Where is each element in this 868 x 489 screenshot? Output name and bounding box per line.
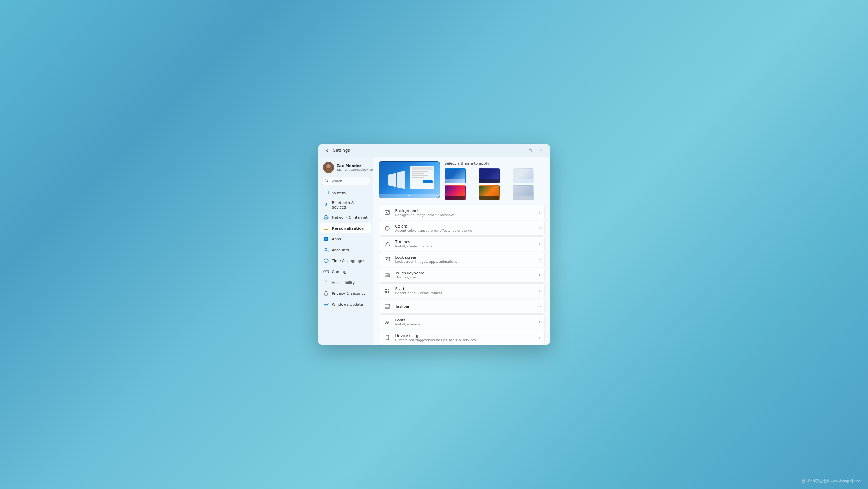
svg-point-33 [387,244,387,245]
chevron-right-icon: › [539,288,541,293]
svg-rect-41 [385,289,387,290]
avatar [323,162,334,173]
lock-screen-icon [383,255,392,264]
svg-line-19 [326,261,327,261]
sidebar: Zac Mendez zacmendez@outlook.com [318,157,373,345]
settings-window: Settings — □ ✕ [318,144,550,345]
sidebar-item-network[interactable]: Network & internet [320,212,371,222]
user-profile[interactable]: Zac Mendez zacmendez@outlook.com [320,160,371,177]
settings-item-text: Background Background image, color, slid… [395,209,539,217]
sidebar-item-label: Personalization [332,226,365,231]
theme-glow[interactable] [445,185,466,200]
themes-icon [383,239,392,249]
search-input[interactable] [331,179,367,183]
watermark-text: Win10系统之家 [807,479,830,483]
fonts-icon: A A [383,317,392,327]
sidebar-item-update[interactable]: Windows Update [320,299,371,309]
settings-item-touch-keyboard[interactable]: Touch keyboard Themes, size › [379,268,545,283]
settings-item-desc: Themes, size [395,275,539,279]
svg-rect-11 [324,229,328,230]
sidebar-item-label: Gaming [332,270,347,274]
watermark-url: www.xitongzhijia.net [831,479,861,483]
chevron-right-icon: › [539,304,541,309]
mock-line [412,171,429,172]
theme-windows-light[interactable] [445,168,466,183]
settings-item-title: Fonts [395,318,539,322]
theme-windows-calm[interactable] [513,168,534,183]
settings-item-start[interactable]: Start Recent apps & items, folders › [379,283,545,298]
sidebar-item-system[interactable]: System [320,188,371,198]
sidebar-item-label: Bluetooth & devices [332,201,369,210]
sidebar-item-accessibility[interactable]: Accessibility [320,277,371,288]
svg-rect-14 [324,239,326,241]
theme-section: Select a theme to apply [379,161,545,200]
svg-rect-15 [326,239,328,241]
svg-rect-30 [385,211,390,214]
taskbar-icon [383,302,392,311]
theme-thumb-bar [445,179,465,183]
maximize-button[interactable]: □ [526,147,535,154]
touch-keyboard-icon [383,270,392,280]
settings-item-title: Background [395,209,539,213]
sidebar-item-accounts[interactable]: Accounts [320,245,371,255]
svg-point-31 [388,211,389,212]
svg-rect-38 [387,275,388,275]
themes-label: Select a theme to apply [445,161,545,166]
watermark: 🪟 Win10系统之家 www.xitongzhijia.net [801,479,861,484]
sidebar-item-label: Accounts [332,248,349,252]
user-email: zacmendez@outlook.com [337,168,373,171]
close-button[interactable]: ✕ [536,147,546,154]
theme-thumb-bar [479,196,499,200]
settings-item-themes[interactable]: Themes Install, create, manage › [379,236,545,251]
settings-item-background[interactable]: Background Background image, color, slid… [379,205,545,220]
search-box[interactable] [322,177,370,185]
settings-item-desc: Lock screen images, apps, animations [395,260,539,264]
theme-thumb-bar [513,196,533,200]
svg-rect-39 [388,275,389,275]
svg-point-25 [325,280,326,282]
bluetooth-icon [323,202,329,208]
mock-content [412,171,433,188]
svg-rect-5 [324,191,328,194]
sidebar-item-bluetooth[interactable]: Bluetooth & devices [320,199,371,212]
time-icon [323,258,329,264]
chevron-right-icon: › [539,241,541,246]
settings-item-title: Lock screen [395,255,539,260]
windows-logo [387,169,407,190]
sidebar-item-gaming[interactable]: Gaming [320,267,371,277]
settings-item-text: Start Recent apps & items, folders [395,287,539,295]
colors-icon [383,223,392,233]
titlebar-left: Settings [324,147,350,154]
svg-point-1 [326,164,331,168]
settings-list: Background Background image, color, slid… [379,205,545,345]
theme-windows-dark[interactable] [479,168,500,183]
preview-and-themes: Select a theme to apply [379,161,545,200]
system-icon [323,190,329,196]
settings-item-desc: Install, manage [395,322,539,326]
chevron-right-icon: › [539,273,541,277]
settings-item-device-usage[interactable]: Device usage Customized suggestions for … [379,330,545,345]
settings-item-fonts[interactable]: A A Fonts Install, manage › [379,314,545,329]
background-icon [383,208,392,217]
settings-item-title: Start [395,287,539,291]
settings-item-text: Fonts Install, manage [395,318,539,326]
update-icon [323,301,329,307]
personalization-panel: Select a theme to apply [373,157,550,345]
settings-item-colors[interactable]: Colors Accent color, transparency effect… [379,221,545,236]
settings-item-lock-screen[interactable]: Lock screen Lock screen images, apps, an… [379,252,545,267]
accessibility-icon [323,279,329,286]
back-button[interactable] [324,147,331,154]
settings-item-taskbar[interactable]: Taskbar › [379,299,545,314]
sidebar-item-personalization[interactable]: Personalization [320,223,371,233]
device-usage-icon [383,333,392,342]
sidebar-item-privacy[interactable]: Privacy & security [320,288,371,298]
svg-rect-44 [388,291,389,293]
theme-flow[interactable] [513,185,534,200]
minimize-button[interactable]: — [515,147,524,154]
theme-sunrise[interactable] [479,185,500,200]
mock-line [412,173,424,174]
gaming-icon [323,269,329,275]
sidebar-item-time[interactable]: Time & language [320,256,371,266]
sidebar-item-apps[interactable]: Apps [320,234,371,244]
svg-rect-45 [385,304,390,307]
